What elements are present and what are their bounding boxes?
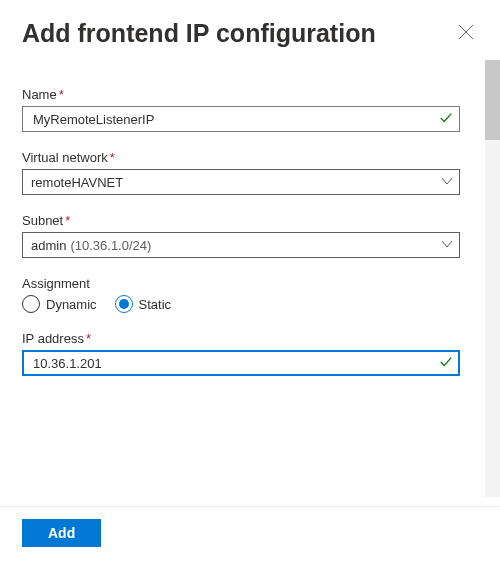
assignment-radio-static[interactable]: Static (115, 295, 172, 313)
ip-label: IP address* (22, 331, 460, 346)
add-button[interactable]: Add (22, 519, 101, 547)
subnet-value: admin (31, 238, 66, 253)
name-field: Name* (22, 87, 478, 132)
check-icon (439, 111, 453, 128)
subnet-select[interactable]: admin (10.36.1.0/24) (22, 232, 460, 258)
close-icon[interactable] (452, 18, 480, 49)
check-icon (439, 355, 453, 372)
vnet-label-text: Virtual network (22, 150, 108, 165)
vnet-select[interactable]: remoteHAVNET (22, 169, 460, 195)
scrollbar-thumb[interactable] (485, 60, 500, 140)
radio-label-static: Static (139, 297, 172, 312)
vnet-field: Virtual network* remoteHAVNET (22, 150, 478, 195)
required-asterisk: * (65, 213, 70, 228)
radio-icon (22, 295, 40, 313)
ip-field: IP address* (22, 331, 478, 376)
chevron-down-icon (441, 175, 453, 190)
required-asterisk: * (86, 331, 91, 346)
radio-label-dynamic: Dynamic (46, 297, 97, 312)
required-asterisk: * (110, 150, 115, 165)
ip-input[interactable] (31, 355, 439, 372)
assignment-radio-dynamic[interactable]: Dynamic (22, 295, 97, 313)
name-label: Name* (22, 87, 460, 102)
chevron-down-icon (441, 238, 453, 253)
ip-label-text: IP address (22, 331, 84, 346)
page-title: Add frontend IP configuration (22, 19, 376, 48)
subnet-label-text: Subnet (22, 213, 63, 228)
subnet-label: Subnet* (22, 213, 460, 228)
vnet-label: Virtual network* (22, 150, 460, 165)
radio-icon (115, 295, 133, 313)
assignment-label: Assignment (22, 276, 460, 291)
vnet-value: remoteHAVNET (31, 175, 441, 190)
subnet-field: Subnet* admin (10.36.1.0/24) (22, 213, 478, 258)
assignment-field: Assignment Dynamic Static (22, 276, 478, 313)
ip-input-wrap[interactable] (22, 350, 460, 376)
name-label-text: Name (22, 87, 57, 102)
name-input-wrap[interactable] (22, 106, 460, 132)
name-input[interactable] (31, 111, 439, 128)
subnet-range: (10.36.1.0/24) (70, 238, 151, 253)
required-asterisk: * (59, 87, 64, 102)
